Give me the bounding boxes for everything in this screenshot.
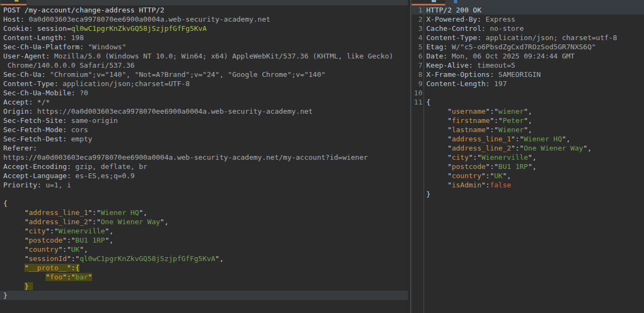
code-line[interactable]: Accept-Language: es-ES,es;q=0.9 (0, 171, 408, 180)
code-line[interactable]: 5Etag: W/"c5-o6PbsdZgCxd7ROzSod5GR7NXS6Q… (412, 42, 644, 51)
code-line[interactable]: "isAdmin":false (412, 180, 644, 190)
code-line[interactable]: { (0, 199, 408, 208)
line-number: 2 (412, 15, 422, 24)
code-line[interactable]: Chrome/140.0.0.0 Safari/537.36 (0, 61, 408, 70)
code-line[interactable] (0, 190, 408, 199)
code-line[interactable]: Host: 0a0d003603eca9978070ee6900a0004a.w… (0, 15, 408, 24)
tab-icon-fragment (454, 0, 457, 3)
line-number: 7 (412, 61, 422, 70)
code-line[interactable]: "city":"Wienerville", (412, 153, 644, 162)
code-line[interactable]: Accept-Encoding: gzip, deflate, br (0, 162, 408, 171)
code-line[interactable]: "country":"UK", (0, 245, 408, 254)
line-number: 8 (412, 70, 422, 79)
line-number: 6 (412, 51, 422, 61)
code-line[interactable]: "address_line_2":"One Wiener Way", (412, 144, 644, 153)
code-line[interactable]: Origin: https://0a0d003603eca9978070ee69… (0, 107, 408, 116)
code-line[interactable]: "address_line_1":"Wiener HQ", (0, 208, 408, 217)
code-line[interactable]: 10 (412, 88, 644, 97)
code-line[interactable]: "address_line_1":"Wiener HQ", (412, 134, 644, 144)
code-line[interactable]: "firstname":"Peter", (412, 116, 644, 125)
code-line[interactable]: "address_line_2":"One Wiener Way", (0, 217, 408, 226)
code-line[interactable]: User-Agent: Mozilla/5.0 (Windows NT 10.0… (0, 51, 408, 61)
tab-bar (0, 0, 644, 5)
code-line[interactable]: Cookie: session=ql0wC1pgrKnZkvGQ58jSzjpf… (0, 24, 408, 33)
line-number: 4 (412, 33, 422, 42)
code-line[interactable]: Referer: (0, 144, 408, 153)
code-line[interactable]: Content-Length: 198 (0, 33, 408, 42)
code-line[interactable]: "username":"wiener", (412, 107, 644, 116)
response-tab-label-fragment (432, 0, 436, 2)
line-number: 5 (412, 42, 422, 51)
gutter-divider-line (424, 5, 424, 313)
response-code: 1HTTP/2 200 OK2X-Powered-By: Express3Cac… (412, 5, 644, 199)
request-editor[interactable]: POST /my-account/change-address HTTP/2Ho… (0, 5, 408, 313)
code-line[interactable]: "country":"UK", (412, 171, 644, 180)
http-message-editor: POST /my-account/change-address HTTP/2Ho… (0, 0, 644, 313)
code-line[interactable]: 3Cache-Control: no-store (412, 24, 644, 33)
request-tab[interactable] (1, 0, 27, 5)
code-line[interactable]: 1HTTP/2 200 OK (412, 5, 644, 15)
code-line[interactable]: } (412, 190, 644, 199)
panel-divider-line (411, 0, 411, 313)
request-tab-label-fragment (15, 0, 18, 2)
code-line[interactable]: "lastname":"Wiener", (412, 125, 644, 134)
code-line[interactable]: https://0a0d003603eca9978070ee6900a0004a… (0, 153, 408, 162)
code-line[interactable]: "__proto__":{ (0, 263, 408, 272)
line-number: 10 (412, 88, 422, 97)
line-number: 9 (412, 79, 422, 88)
request-code: POST /my-account/change-address HTTP/2Ho… (0, 5, 408, 300)
line-number: 11 (412, 97, 422, 107)
code-line[interactable]: "city":"Wienerville", (0, 226, 408, 236)
code-line[interactable]: POST /my-account/change-address HTTP/2 (0, 5, 408, 15)
code-line[interactable]: Accept: */* (0, 97, 408, 107)
search-match-highlight: "foo":"bar" (45, 273, 92, 281)
code-line[interactable]: 8X-Frame-Options: SAMEORIGIN (412, 70, 644, 79)
code-line[interactable]: 9Content-Length: 197 (412, 79, 644, 88)
code-line[interactable]: Sec-Ch-Ua-Platform: "Windows" (0, 42, 408, 51)
code-line[interactable]: "foo":"bar" (0, 272, 408, 282)
code-line[interactable]: } (0, 291, 408, 300)
code-line[interactable]: } (0, 282, 408, 291)
code-line[interactable]: 2X-Powered-By: Express (412, 15, 644, 24)
response-viewer[interactable]: 1HTTP/2 200 OK2X-Powered-By: Express3Cac… (412, 5, 644, 313)
search-match-highlight: } (24, 282, 33, 290)
line-number: 3 (412, 24, 422, 33)
code-line[interactable]: Sec-Ch-Ua: "Chromium";v="140", "Not=A?Br… (0, 70, 408, 79)
search-match-highlight: "__proto__":{ (24, 264, 80, 272)
code-line[interactable]: 4Content-Type: application/json; charset… (412, 33, 644, 42)
code-line[interactable]: 7Keep-Alive: timeout=5 (412, 61, 644, 70)
response-tab[interactable] (412, 0, 445, 5)
code-line[interactable]: Sec-Fetch-Dest: empty (0, 134, 408, 144)
code-line[interactable]: Sec-Fetch-Site: same-origin (0, 116, 408, 125)
code-line[interactable]: "postcode":"BU1 1RP", (0, 236, 408, 245)
line-number: 1 (412, 5, 422, 15)
code-line[interactable]: Sec-Fetch-Mode: cors (0, 125, 408, 134)
code-line[interactable]: "sessionId":"ql0wC1pgrKnZkvGQ58jSzjpfGfF… (0, 254, 408, 263)
code-line[interactable]: "postcode":"BU1 1RP", (412, 162, 644, 171)
code-line[interactable]: 6Date: Mon, 06 Oct 2025 09:24:44 GMT (412, 51, 644, 61)
code-line[interactable]: 11{ (412, 97, 644, 107)
code-line[interactable]: Content-Type: application/json;charset=U… (0, 79, 408, 88)
code-line[interactable]: Priority: u=1, i (0, 180, 408, 190)
code-line[interactable]: Sec-Ch-Ua-Mobile: ?0 (0, 88, 408, 97)
